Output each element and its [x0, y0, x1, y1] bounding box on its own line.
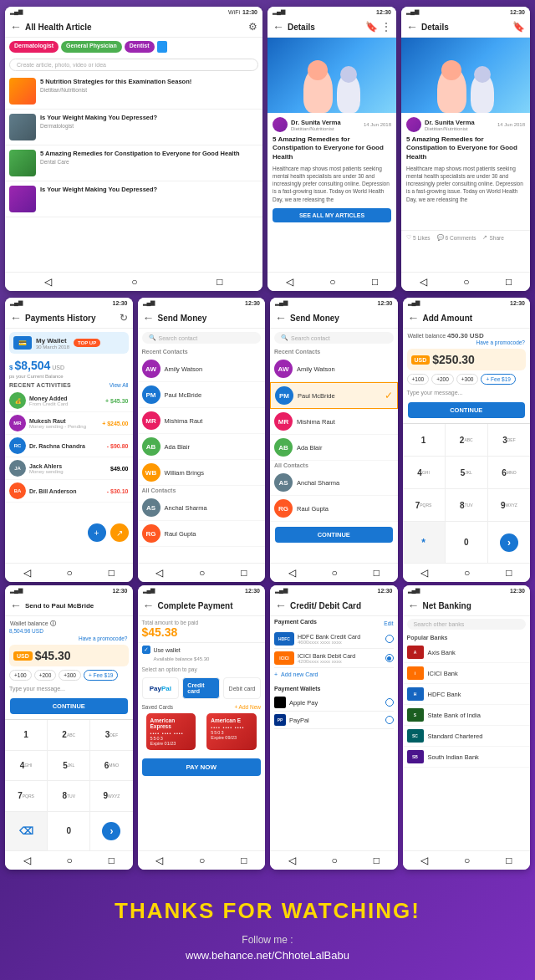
sel-contact-0[interactable]: AW Amily Watson — [270, 356, 398, 382]
key-9[interactable]: 9WXYZ — [488, 489, 530, 521]
back-pay1[interactable]: ← — [10, 311, 22, 324]
key-3[interactable]: 3DEF — [488, 424, 530, 456]
back-sm2[interactable]: ← — [275, 311, 287, 324]
paypal-radio[interactable] — [385, 716, 394, 724]
contact-0[interactable]: AW Amily Watson — [138, 356, 266, 382]
wallet-check[interactable]: ✓ Use wallet — [138, 643, 266, 656]
nav-recent-cd[interactable]: □ — [374, 855, 380, 866]
nav-home-nb[interactable]: ○ — [464, 855, 470, 866]
apple-radio[interactable] — [385, 698, 394, 707]
nav-home[interactable]: ○ — [131, 276, 137, 288]
wallet-option-apple[interactable]: Apple Pay — [274, 694, 394, 712]
ok-circle[interactable]: › — [500, 533, 518, 552]
stp-key-ok[interactable]: › — [90, 812, 132, 851]
article-item-4[interactable]: Is Your Weight Making You Depressed? — [5, 181, 262, 217]
refresh-icon[interactable]: ↻ — [120, 312, 128, 324]
nav-recent[interactable]: □ — [217, 276, 222, 288]
all-contact-0[interactable]: AS Anchal Sharma — [138, 495, 266, 521]
contact-search-2[interactable]: 🔍 Search contact — [274, 332, 394, 344]
likes-action[interactable]: ♡ 5 Likes — [406, 234, 431, 241]
key-7[interactable]: 7PQRS — [403, 489, 445, 521]
bank-item-hdfc[interactable]: H HDFC Bank — [403, 684, 531, 705]
bookmark-icon-2[interactable]: 🔖 — [365, 21, 378, 33]
sel-contact-2[interactable]: MR Mishima Raut — [270, 409, 398, 435]
settings-icon[interactable]: ⚙ — [248, 21, 257, 33]
nav-back-sm1[interactable]: ◁ — [155, 567, 163, 579]
debit-card-method[interactable]: Debit card — [223, 677, 261, 699]
nav-recent-2[interactable]: □ — [372, 276, 378, 288]
continue-button-aa[interactable]: CONTINUE — [408, 402, 526, 418]
nav-recent-aa[interactable]: □ — [506, 567, 512, 579]
back-cd[interactable]: ← — [275, 599, 287, 612]
key-6[interactable]: 6MNO — [488, 457, 530, 488]
nav-back-2[interactable]: ◁ — [286, 276, 293, 288]
nav-home-pay1[interactable]: ○ — [67, 567, 73, 579]
more-icon-2[interactable]: ⋮ — [381, 21, 391, 33]
back-aa[interactable]: ← — [408, 311, 420, 324]
tab-dermatologist[interactable]: Dermatologist — [9, 41, 59, 53]
add-new-card-link[interactable]: + Add New — [234, 704, 261, 710]
stp-key-0[interactable]: 0 — [48, 812, 89, 851]
all-contact-2-0[interactable]: AS Anchal Sharma — [270, 470, 398, 496]
paypal-method[interactable]: PayPal — [142, 677, 180, 699]
bank-item-sbi[interactable]: S State Bank of India — [403, 705, 531, 726]
nav-home-stp[interactable]: ○ — [67, 855, 73, 866]
key-2[interactable]: 2ABC — [446, 424, 487, 456]
stp-key-4[interactable]: 4GHI — [5, 751, 47, 781]
nav-back-sm2[interactable]: ◁ — [288, 567, 296, 579]
nav-back[interactable]: ◁ — [44, 276, 52, 288]
stp-key-6[interactable]: 6MNO — [90, 751, 132, 781]
sel-contact-3[interactable]: AB Ada Blair — [270, 435, 398, 461]
continue-button-sm2[interactable]: CONTINUE — [275, 527, 393, 543]
edit-link[interactable]: Edit — [384, 620, 393, 626]
key-star[interactable]: * — [403, 522, 445, 563]
share-action[interactable]: ↗ Share — [482, 234, 503, 241]
key-0[interactable]: 0 — [446, 522, 487, 563]
key-5[interactable]: 5JKL — [446, 457, 487, 488]
stp-key-8[interactable]: 8TUV — [48, 781, 89, 811]
promo-link-stp[interactable]: Have a promocode? — [5, 635, 133, 641]
nav-recent-cp[interactable]: □ — [241, 855, 247, 866]
promo-code-link[interactable]: Have a promocode? — [403, 339, 531, 345]
nav-home-cp[interactable]: ○ — [199, 855, 205, 866]
nav-recent-pay1[interactable]: □ — [109, 567, 115, 579]
saved-card-0[interactable]: American Express •••• •••• •••• 5503 Exp… — [146, 713, 196, 750]
stp-quick-fee[interactable]: + Fee $19 — [84, 670, 118, 681]
activity-item-2[interactable]: RC Dr. Rachna Chandra - $90.80 — [5, 435, 133, 457]
activity-item-4[interactable]: BA Dr. Bill Anderson - $30.10 — [5, 480, 133, 503]
nav-back-pay1[interactable]: ◁ — [23, 567, 31, 579]
back-icon-2[interactable]: ← — [273, 20, 284, 33]
tab-general-physician[interactable]: General Physician — [61, 41, 122, 53]
bank-item-icici[interactable]: i ICICI Bank — [403, 663, 531, 684]
quick-100[interactable]: +100 — [407, 374, 430, 385]
contact-3[interactable]: AB Ada Blair — [138, 434, 266, 460]
all-contact-2-1[interactable]: RG Raul Gupta — [270, 496, 398, 522]
nav-recent-3[interactable]: □ — [506, 276, 512, 288]
radio-0[interactable] — [385, 635, 394, 643]
tab-more[interactable] — [157, 41, 167, 53]
back-nb[interactable]: ← — [408, 599, 420, 612]
top-up-button[interactable]: TOP UP — [74, 339, 100, 347]
nav-home-2[interactable]: ○ — [329, 276, 335, 288]
credit-card-method[interactable]: Credit card — [182, 677, 220, 699]
contact-4[interactable]: WB William Brings — [138, 460, 266, 486]
nav-back-aa[interactable]: ◁ — [420, 567, 428, 579]
stp-quick-300[interactable]: +300 — [59, 670, 81, 681]
contact-search-1[interactable]: 🔍 Search contact — [142, 332, 262, 344]
stp-ok-circle[interactable]: › — [102, 822, 120, 840]
wallet-option-paypal[interactable]: PP PayPal — [274, 712, 394, 729]
nav-back-stp[interactable]: ◁ — [23, 855, 31, 866]
stp-quick-100[interactable]: +100 — [9, 670, 32, 681]
stp-key-1[interactable]: 1 — [5, 720, 47, 750]
stp-key-2[interactable]: 2ABC — [48, 720, 89, 750]
article-search[interactable]: Create article, photo, video or idea — [9, 59, 258, 71]
nav-home-sm2[interactable]: ○ — [332, 567, 338, 579]
stp-key-star[interactable]: ⌫ — [5, 812, 47, 851]
nav-home-3[interactable]: ○ — [463, 276, 469, 288]
nav-back-nb[interactable]: ◁ — [420, 855, 428, 866]
stp-key-5[interactable]: 5JKL — [48, 751, 89, 781]
quick-200[interactable]: +200 — [431, 374, 454, 385]
stp-key-3[interactable]: 3DEF — [90, 720, 132, 750]
all-contact-1[interactable]: RG Raul Gupta — [138, 521, 266, 547]
key-4[interactable]: 4GHI — [403, 457, 445, 488]
